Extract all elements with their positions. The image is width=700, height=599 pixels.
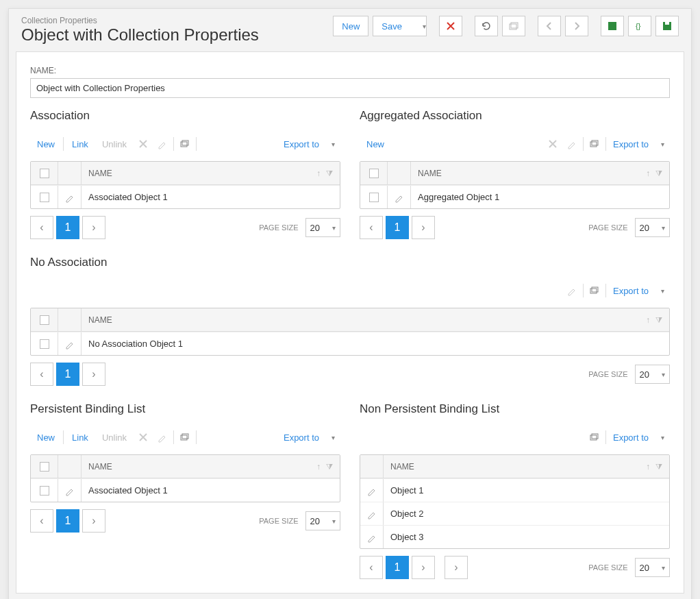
table-row[interactable]: Object 2 — [360, 502, 669, 525]
view-button-2[interactable]: {} — [628, 16, 651, 36]
link-link[interactable]: Link — [65, 135, 95, 154]
column-header-name[interactable]: NAME — [384, 462, 646, 472]
new-button[interactable]: New — [333, 16, 368, 36]
aggregated-toolbar: New Export to▾ — [360, 131, 670, 157]
column-header-name[interactable]: NAME — [411, 169, 646, 178]
pager-prev[interactable]: ‹ — [30, 363, 53, 386]
pager-page-1[interactable]: 1 — [56, 216, 79, 239]
row-checkbox[interactable] — [40, 486, 49, 496]
pager-page-1[interactable]: 1 — [56, 509, 79, 533]
view-button-1[interactable] — [601, 16, 624, 36]
prev-record-button[interactable] — [538, 16, 561, 36]
browse-icon-btn[interactable] — [175, 134, 195, 154]
save-button[interactable]: Save — [373, 16, 411, 36]
page-size-select[interactable]: 20▾ — [635, 218, 670, 237]
page-size-label: PAGE SIZE — [588, 223, 627, 232]
row-edit-icon[interactable] — [58, 186, 82, 208]
sort-icon[interactable]: ↑ — [316, 462, 321, 472]
diskette-button[interactable] — [655, 16, 679, 36]
row-edit-icon[interactable] — [388, 186, 411, 208]
table-row[interactable]: No Association Object 1 — [31, 332, 669, 355]
pager-next[interactable]: › — [82, 216, 105, 239]
row-checkbox[interactable] — [40, 193, 49, 202]
sort-icon[interactable]: ↑ — [646, 462, 650, 472]
association-toolbar: New Link Unlink Export to▾ — [30, 131, 340, 157]
table-row[interactable]: Object 3 — [360, 525, 669, 548]
export-button[interactable]: Export to▾ — [608, 283, 670, 299]
row-edit-icon[interactable] — [360, 526, 384, 548]
pager-page-1[interactable]: 1 — [386, 216, 409, 239]
browse-button[interactable] — [502, 16, 525, 36]
table-row[interactable]: Aggregated Object 1 — [360, 185, 669, 208]
filter-icon[interactable]: ⧩ — [326, 169, 333, 178]
filter-icon[interactable]: ⧩ — [655, 169, 662, 178]
export-button[interactable]: Export to▾ — [278, 136, 340, 152]
pager-next[interactable]: › — [82, 509, 105, 533]
page-root: Collection Properties Object with Collec… — [8, 8, 692, 599]
svg-rect-2 — [608, 22, 616, 30]
pager-prev[interactable]: ‹ — [360, 556, 383, 579]
table-row[interactable]: Associated Object 1 — [31, 478, 340, 502]
select-all-checkbox[interactable] — [40, 169, 49, 178]
select-all-checkbox[interactable] — [40, 462, 49, 472]
select-all-checkbox[interactable] — [369, 169, 379, 178]
new-link[interactable]: New — [360, 135, 391, 154]
sort-icon[interactable]: ↑ — [646, 315, 650, 325]
export-button[interactable]: Export to▾ — [278, 430, 340, 445]
pager-next[interactable]: › — [82, 363, 105, 386]
row-edit-icon[interactable] — [58, 479, 82, 502]
filter-icon[interactable]: ⧩ — [655, 462, 662, 472]
row-edit-icon[interactable] — [360, 502, 384, 525]
export-button[interactable]: Export to▾ — [608, 430, 670, 445]
refresh-button[interactable] — [475, 16, 498, 36]
select-all-checkbox[interactable] — [40, 315, 49, 325]
save-dropdown-button[interactable]: ▾ — [410, 16, 427, 36]
svg-rect-13 — [182, 434, 188, 439]
edit-icon — [153, 428, 172, 447]
aggregated-pager: ‹ 1 › PAGE SIZE 20▾ — [360, 216, 670, 239]
row-checkbox[interactable] — [40, 339, 49, 349]
row-checkbox[interactable] — [369, 193, 379, 202]
column-header-name[interactable]: NAME — [82, 315, 646, 325]
sort-icon[interactable]: ↑ — [316, 169, 321, 178]
browse-icon-btn[interactable] — [585, 281, 604, 300]
column-header-name[interactable]: NAME — [82, 169, 316, 178]
pager-next-page[interactable]: › — [445, 556, 468, 579]
browse-icon-btn[interactable] — [585, 428, 604, 447]
browse-icon-btn[interactable] — [585, 134, 604, 154]
page-size-select[interactable]: 20▾ — [305, 511, 340, 530]
name-input[interactable] — [30, 78, 670, 98]
column-header-name[interactable]: NAME — [82, 462, 316, 472]
svg-rect-15 — [592, 434, 598, 439]
page-size-label: PAGE SIZE — [588, 370, 627, 378]
new-link[interactable]: New — [30, 428, 62, 447]
section-title: No Association — [30, 256, 670, 269]
link-link[interactable]: Link — [65, 428, 95, 447]
next-record-button[interactable] — [565, 16, 588, 36]
close-button[interactable] — [439, 16, 462, 36]
pager-next[interactable]: › — [412, 216, 435, 239]
sort-icon[interactable]: ↑ — [646, 169, 650, 178]
pager-page-1[interactable]: 1 — [386, 556, 409, 579]
filter-icon[interactable]: ⧩ — [326, 462, 333, 472]
page-size-select[interactable]: 20▾ — [305, 218, 340, 237]
row-edit-icon[interactable] — [360, 479, 384, 502]
caret-down-icon: ▾ — [423, 23, 426, 30]
table-row[interactable]: Object 1 — [360, 478, 669, 502]
persistent-grid: NAME ↑⧩ Associated Object 1 — [30, 454, 340, 502]
filter-icon[interactable]: ⧩ — [655, 315, 662, 325]
pager-page-1[interactable]: 1 — [56, 363, 79, 386]
non-persistent-grid: NAME ↑⧩ Object 1 Object 2 Object 3 — [360, 454, 670, 549]
pager-prev[interactable]: ‹ — [30, 509, 53, 533]
pager-prev[interactable]: ‹ — [360, 216, 383, 239]
page-size-select[interactable]: 20▾ — [635, 558, 670, 577]
pager-next[interactable]: › — [412, 556, 435, 579]
table-row[interactable]: Associated Object 1 — [31, 185, 340, 208]
export-button[interactable]: Export to▾ — [608, 136, 670, 152]
section-persistent: Persistent Binding List New Link Unlink … — [30, 402, 340, 579]
pager-prev[interactable]: ‹ — [30, 216, 53, 239]
browse-icon-btn[interactable] — [175, 428, 195, 447]
new-link[interactable]: New — [30, 135, 62, 154]
page-size-select[interactable]: 20▾ — [635, 365, 670, 384]
row-edit-icon[interactable] — [58, 332, 82, 355]
